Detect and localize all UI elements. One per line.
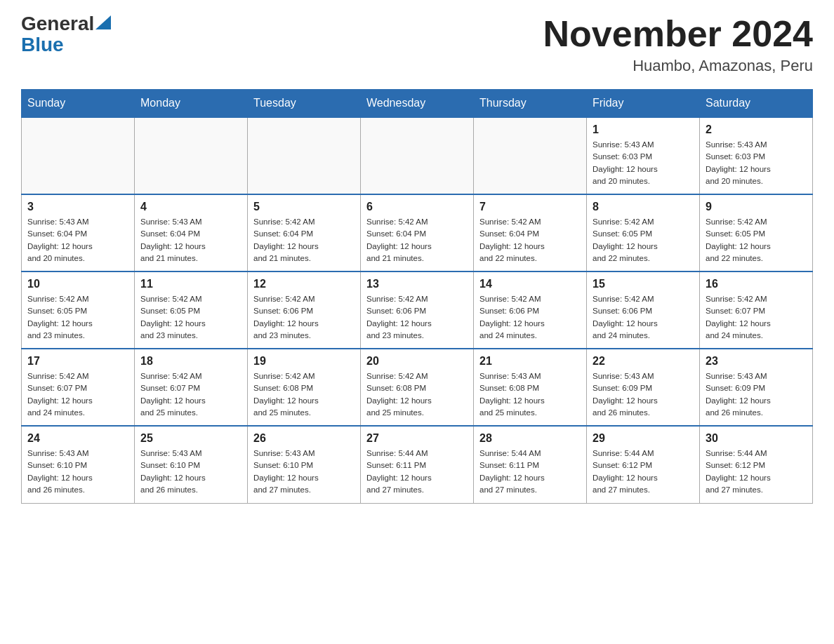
title-section: November 2024 Huambo, Amazonas, Peru xyxy=(543,14,813,75)
calendar-cell-w1-d5: 8Sunrise: 5:42 AMSunset: 6:05 PMDaylight… xyxy=(587,194,700,271)
day-info: Sunrise: 5:44 AMSunset: 6:11 PMDaylight:… xyxy=(479,448,581,496)
day-info: Sunrise: 5:42 AMSunset: 6:04 PMDaylight:… xyxy=(366,216,468,264)
day-info: Sunrise: 5:43 AMSunset: 6:10 PMDaylight:… xyxy=(140,448,241,496)
day-info: Sunrise: 5:42 AMSunset: 6:06 PMDaylight:… xyxy=(253,293,355,342)
day-number: 3 xyxy=(27,201,128,213)
calendar-cell-w1-d0: 3Sunrise: 5:43 AMSunset: 6:04 PMDaylight… xyxy=(22,194,135,271)
calendar-cell-w2-d3: 13Sunrise: 5:42 AMSunset: 6:06 PMDayligh… xyxy=(361,271,474,349)
calendar-cell-w2-d5: 15Sunrise: 5:42 AMSunset: 6:06 PMDayligh… xyxy=(587,271,700,349)
day-number: 23 xyxy=(706,355,807,368)
day-info: Sunrise: 5:42 AMSunset: 6:07 PMDaylight:… xyxy=(27,370,128,419)
day-info: Sunrise: 5:44 AMSunset: 6:12 PMDaylight:… xyxy=(706,448,807,496)
day-info: Sunrise: 5:43 AMSunset: 6:04 PMDaylight:… xyxy=(27,216,128,264)
col-monday: Monday xyxy=(135,90,248,118)
day-number: 2 xyxy=(706,123,807,136)
week-row-4: 24Sunrise: 5:43 AMSunset: 6:10 PMDayligh… xyxy=(22,426,813,503)
day-info: Sunrise: 5:42 AMSunset: 6:05 PMDaylight:… xyxy=(27,293,128,342)
day-info: Sunrise: 5:43 AMSunset: 6:03 PMDaylight:… xyxy=(706,139,807,187)
calendar-cell-w1-d6: 9Sunrise: 5:42 AMSunset: 6:05 PMDaylight… xyxy=(700,194,813,271)
calendar-cell-w4-d4: 28Sunrise: 5:44 AMSunset: 6:11 PMDayligh… xyxy=(474,426,587,503)
col-wednesday: Wednesday xyxy=(361,90,474,118)
day-number: 4 xyxy=(140,201,241,213)
calendar-cell-w4-d5: 29Sunrise: 5:44 AMSunset: 6:12 PMDayligh… xyxy=(587,426,700,503)
calendar-table: Sunday Monday Tuesday Wednesday Thursday… xyxy=(21,89,813,504)
col-friday: Friday xyxy=(587,90,700,118)
day-number: 20 xyxy=(366,355,468,368)
calendar-cell-w3-d3: 20Sunrise: 5:42 AMSunset: 6:08 PMDayligh… xyxy=(361,349,474,426)
day-number: 18 xyxy=(140,355,241,368)
day-info: Sunrise: 5:43 AMSunset: 6:04 PMDaylight:… xyxy=(140,216,241,264)
day-number: 17 xyxy=(27,355,128,368)
week-row-1: 3Sunrise: 5:43 AMSunset: 6:04 PMDaylight… xyxy=(22,194,813,271)
day-number: 27 xyxy=(366,432,468,445)
logo-blue: Blue xyxy=(21,34,64,56)
calendar-cell-w2-d4: 14Sunrise: 5:42 AMSunset: 6:06 PMDayligh… xyxy=(474,271,587,349)
calendar-cell-w2-d6: 16Sunrise: 5:42 AMSunset: 6:07 PMDayligh… xyxy=(700,271,813,349)
day-info: Sunrise: 5:42 AMSunset: 6:06 PMDaylight:… xyxy=(366,293,468,342)
day-number: 7 xyxy=(479,201,581,213)
day-info: Sunrise: 5:42 AMSunset: 6:06 PMDaylight:… xyxy=(593,293,694,342)
day-number: 14 xyxy=(479,278,581,290)
calendar-cell-w4-d3: 27Sunrise: 5:44 AMSunset: 6:11 PMDayligh… xyxy=(361,426,474,503)
week-row-0: 1Sunrise: 5:43 AMSunset: 6:03 PMDaylight… xyxy=(22,117,813,194)
calendar-cell-w0-d6: 2Sunrise: 5:43 AMSunset: 6:03 PMDaylight… xyxy=(700,117,813,194)
day-info: Sunrise: 5:42 AMSunset: 6:04 PMDaylight:… xyxy=(253,216,355,264)
logo-general: General xyxy=(21,14,94,34)
day-number: 28 xyxy=(479,432,581,445)
day-info: Sunrise: 5:42 AMSunset: 6:05 PMDaylight:… xyxy=(706,216,807,264)
calendar-cell-w4-d6: 30Sunrise: 5:44 AMSunset: 6:12 PMDayligh… xyxy=(700,426,813,503)
calendar-cell-w1-d2: 5Sunrise: 5:42 AMSunset: 6:04 PMDaylight… xyxy=(248,194,361,271)
location: Huambo, Amazonas, Peru xyxy=(543,57,813,75)
calendar-cell-w0-d2 xyxy=(248,117,361,194)
calendar-cell-w3-d4: 21Sunrise: 5:43 AMSunset: 6:08 PMDayligh… xyxy=(474,349,587,426)
calendar-cell-w4-d0: 24Sunrise: 5:43 AMSunset: 6:10 PMDayligh… xyxy=(22,426,135,503)
col-thursday: Thursday xyxy=(474,90,587,118)
calendar-cell-w3-d0: 17Sunrise: 5:42 AMSunset: 6:07 PMDayligh… xyxy=(22,349,135,426)
day-info: Sunrise: 5:42 AMSunset: 6:06 PMDaylight:… xyxy=(479,293,581,342)
day-number: 1 xyxy=(593,123,694,136)
calendar-cell-w0-d0 xyxy=(22,117,135,194)
col-sunday: Sunday xyxy=(22,90,135,118)
calendar-cell-w1-d3: 6Sunrise: 5:42 AMSunset: 6:04 PMDaylight… xyxy=(361,194,474,271)
week-row-2: 10Sunrise: 5:42 AMSunset: 6:05 PMDayligh… xyxy=(22,271,813,349)
day-number: 25 xyxy=(140,432,241,445)
day-info: Sunrise: 5:42 AMSunset: 6:07 PMDaylight:… xyxy=(706,293,807,342)
day-info: Sunrise: 5:43 AMSunset: 6:10 PMDaylight:… xyxy=(253,448,355,496)
day-number: 9 xyxy=(706,201,807,213)
calendar-cell-w2-d2: 12Sunrise: 5:42 AMSunset: 6:06 PMDayligh… xyxy=(248,271,361,349)
day-number: 12 xyxy=(253,278,355,290)
day-number: 22 xyxy=(593,355,694,368)
col-tuesday: Tuesday xyxy=(248,90,361,118)
day-info: Sunrise: 5:42 AMSunset: 6:05 PMDaylight:… xyxy=(593,216,694,264)
calendar-cell-w4-d2: 26Sunrise: 5:43 AMSunset: 6:10 PMDayligh… xyxy=(248,426,361,503)
calendar-cell-w0-d4 xyxy=(474,117,587,194)
week-row-3: 17Sunrise: 5:42 AMSunset: 6:07 PMDayligh… xyxy=(22,349,813,426)
calendar-cell-w0-d1 xyxy=(135,117,248,194)
day-info: Sunrise: 5:42 AMSunset: 6:04 PMDaylight:… xyxy=(479,216,581,264)
month-title: November 2024 xyxy=(543,14,813,54)
day-number: 16 xyxy=(706,278,807,290)
day-info: Sunrise: 5:43 AMSunset: 6:09 PMDaylight:… xyxy=(706,370,807,419)
day-number: 8 xyxy=(593,201,694,213)
day-number: 19 xyxy=(253,355,355,368)
day-number: 24 xyxy=(27,432,128,445)
day-number: 6 xyxy=(366,201,468,213)
page-header: General Blue November 2024 Huambo, Amazo… xyxy=(21,14,813,75)
day-info: Sunrise: 5:44 AMSunset: 6:12 PMDaylight:… xyxy=(593,448,694,496)
day-info: Sunrise: 5:42 AMSunset: 6:05 PMDaylight:… xyxy=(140,293,241,342)
calendar-cell-w1-d4: 7Sunrise: 5:42 AMSunset: 6:04 PMDaylight… xyxy=(474,194,587,271)
calendar-cell-w2-d1: 11Sunrise: 5:42 AMSunset: 6:05 PMDayligh… xyxy=(135,271,248,349)
day-info: Sunrise: 5:42 AMSunset: 6:08 PMDaylight:… xyxy=(253,370,355,419)
day-info: Sunrise: 5:43 AMSunset: 6:03 PMDaylight:… xyxy=(593,139,694,187)
calendar-cell-w0-d5: 1Sunrise: 5:43 AMSunset: 6:03 PMDaylight… xyxy=(587,117,700,194)
day-number: 15 xyxy=(593,278,694,290)
calendar-cell-w1-d1: 4Sunrise: 5:43 AMSunset: 6:04 PMDaylight… xyxy=(135,194,248,271)
day-number: 30 xyxy=(706,432,807,445)
day-info: Sunrise: 5:42 AMSunset: 6:07 PMDaylight:… xyxy=(140,370,241,419)
day-info: Sunrise: 5:43 AMSunset: 6:10 PMDaylight:… xyxy=(27,448,128,496)
calendar-cell-w2-d0: 10Sunrise: 5:42 AMSunset: 6:05 PMDayligh… xyxy=(22,271,135,349)
svg-marker-0 xyxy=(95,15,111,29)
logo-triangle-icon xyxy=(95,15,111,29)
col-saturday: Saturday xyxy=(700,90,813,118)
day-number: 13 xyxy=(366,278,468,290)
